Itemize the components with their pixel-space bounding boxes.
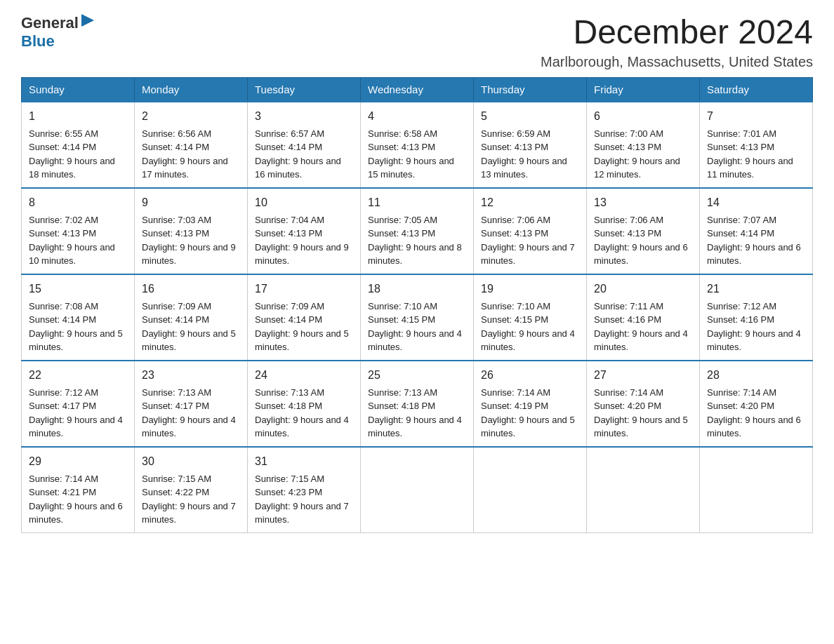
calendar-week-row: 15Sunrise: 7:08 AMSunset: 4:14 PMDayligh… [22,274,813,361]
calendar-day-cell: 28Sunrise: 7:14 AMSunset: 4:20 PMDayligh… [700,361,813,447]
calendar-day-cell: 22Sunrise: 7:12 AMSunset: 4:17 PMDayligh… [22,361,135,447]
location-subtitle: Marlborough, Massachusetts, United State… [541,54,813,70]
calendar-day-cell: 12Sunrise: 7:06 AMSunset: 4:13 PMDayligh… [474,188,587,274]
day-number: 14 [707,194,805,211]
page-header: General Blue December 2024 Marlborough, … [21,14,813,70]
day-number: 16 [142,281,240,297]
calendar-day-cell: 18Sunrise: 7:10 AMSunset: 4:15 PMDayligh… [361,274,474,361]
calendar-week-row: 22Sunrise: 7:12 AMSunset: 4:17 PMDayligh… [22,361,813,447]
calendar-day-cell [587,447,700,533]
day-number: 8 [29,194,127,211]
calendar-day-cell: 8Sunrise: 7:02 AMSunset: 4:13 PMDaylight… [22,188,135,274]
day-number: 31 [255,453,353,470]
logo-blue-text: Blue [21,32,55,50]
calendar-day-cell: 30Sunrise: 7:15 AMSunset: 4:22 PMDayligh… [135,447,248,533]
title-section: December 2024 Marlborough, Massachusetts… [541,14,813,70]
calendar-day-cell: 19Sunrise: 7:10 AMSunset: 4:15 PMDayligh… [474,274,587,361]
day-number: 19 [481,281,579,297]
day-number: 15 [29,281,127,297]
day-number: 2 [142,108,240,125]
day-number: 12 [481,194,579,211]
day-number: 29 [29,453,127,470]
calendar-day-cell: 5Sunrise: 6:59 AMSunset: 4:13 PMDaylight… [474,102,587,188]
day-number: 20 [594,281,692,297]
calendar-day-cell: 7Sunrise: 7:01 AMSunset: 4:13 PMDaylight… [700,102,813,188]
calendar-day-cell [700,447,813,533]
calendar-day-cell: 26Sunrise: 7:14 AMSunset: 4:19 PMDayligh… [474,361,587,447]
day-number: 4 [368,108,466,125]
calendar-week-row: 1Sunrise: 6:55 AMSunset: 4:14 PMDaylight… [22,102,813,188]
weekday-header-monday: Monday [135,77,248,102]
day-number: 27 [594,367,692,384]
calendar-day-cell: 25Sunrise: 7:13 AMSunset: 4:18 PMDayligh… [361,361,474,447]
day-number: 9 [142,194,240,211]
day-number: 23 [142,367,240,384]
logo-general-text: General [21,14,79,32]
calendar-week-row: 8Sunrise: 7:02 AMSunset: 4:13 PMDaylight… [22,188,813,274]
calendar-day-cell [474,447,587,533]
day-number: 21 [707,281,805,297]
day-number: 7 [707,108,805,125]
weekday-header-saturday: Saturday [700,77,813,102]
month-title: December 2024 [541,14,813,51]
calendar-day-cell: 21Sunrise: 7:12 AMSunset: 4:16 PMDayligh… [700,274,813,361]
day-number: 26 [481,367,579,384]
day-number: 28 [707,367,805,384]
weekday-header-thursday: Thursday [474,77,587,102]
calendar-day-cell: 2Sunrise: 6:56 AMSunset: 4:14 PMDaylight… [135,102,248,188]
calendar-day-cell: 11Sunrise: 7:05 AMSunset: 4:13 PMDayligh… [361,188,474,274]
day-number: 17 [255,281,353,297]
calendar-day-cell: 23Sunrise: 7:13 AMSunset: 4:17 PMDayligh… [135,361,248,447]
calendar-week-row: 29Sunrise: 7:14 AMSunset: 4:21 PMDayligh… [22,447,813,533]
svg-marker-0 [81,14,94,27]
day-number: 5 [481,108,579,125]
day-number: 1 [29,108,127,125]
weekday-header-wednesday: Wednesday [361,77,474,102]
calendar-day-cell: 17Sunrise: 7:09 AMSunset: 4:14 PMDayligh… [248,274,361,361]
calendar-day-cell: 9Sunrise: 7:03 AMSunset: 4:13 PMDaylight… [135,188,248,274]
calendar-day-cell: 13Sunrise: 7:06 AMSunset: 4:13 PMDayligh… [587,188,700,274]
calendar-day-cell [361,447,474,533]
day-number: 24 [255,367,353,384]
calendar-day-cell: 10Sunrise: 7:04 AMSunset: 4:13 PMDayligh… [248,188,361,274]
weekday-header-friday: Friday [587,77,700,102]
calendar-day-cell: 27Sunrise: 7:14 AMSunset: 4:20 PMDayligh… [587,361,700,447]
calendar-header-row: SundayMondayTuesdayWednesdayThursdayFrid… [22,77,813,102]
day-number: 6 [594,108,692,125]
weekday-header-sunday: Sunday [22,77,135,102]
calendar-day-cell: 31Sunrise: 7:15 AMSunset: 4:23 PMDayligh… [248,447,361,533]
calendar-day-cell: 15Sunrise: 7:08 AMSunset: 4:14 PMDayligh… [22,274,135,361]
day-number: 18 [368,281,466,297]
calendar-day-cell: 29Sunrise: 7:14 AMSunset: 4:21 PMDayligh… [22,447,135,533]
calendar-day-cell: 14Sunrise: 7:07 AMSunset: 4:14 PMDayligh… [700,188,813,274]
day-number: 11 [368,194,466,211]
calendar-day-cell: 1Sunrise: 6:55 AMSunset: 4:14 PMDaylight… [22,102,135,188]
calendar-day-cell: 24Sunrise: 7:13 AMSunset: 4:18 PMDayligh… [248,361,361,447]
day-number: 30 [142,453,240,470]
weekday-header-tuesday: Tuesday [248,77,361,102]
logo-arrow-icon [81,14,94,27]
calendar-day-cell: 3Sunrise: 6:57 AMSunset: 4:14 PMDaylight… [248,102,361,188]
logo: General Blue [21,14,94,51]
day-number: 22 [29,367,127,384]
day-number: 25 [368,367,466,384]
calendar-day-cell: 4Sunrise: 6:58 AMSunset: 4:13 PMDaylight… [361,102,474,188]
calendar-day-cell: 20Sunrise: 7:11 AMSunset: 4:16 PMDayligh… [587,274,700,361]
calendar-day-cell: 16Sunrise: 7:09 AMSunset: 4:14 PMDayligh… [135,274,248,361]
calendar-day-cell: 6Sunrise: 7:00 AMSunset: 4:13 PMDaylight… [587,102,700,188]
day-number: 10 [255,194,353,211]
calendar-table: SundayMondayTuesdayWednesdayThursdayFrid… [21,77,813,533]
day-number: 3 [255,108,353,125]
day-number: 13 [594,194,692,211]
